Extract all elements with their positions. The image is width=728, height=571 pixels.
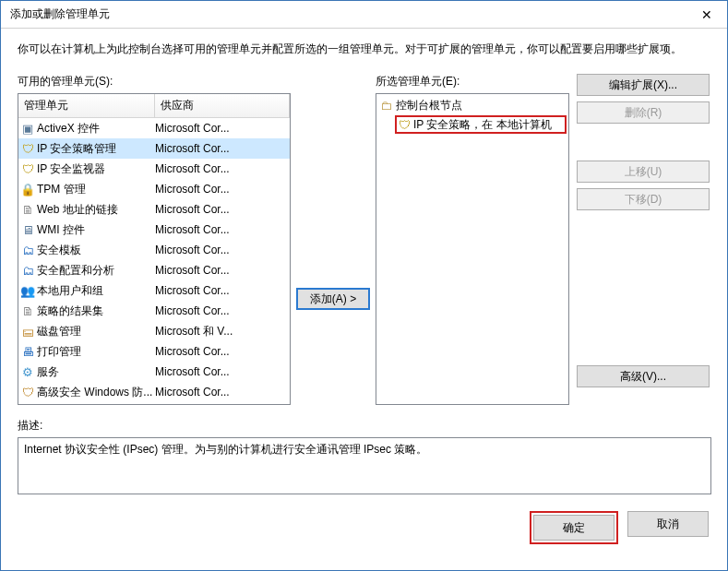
available-body[interactable]: ▣ActiveX 控件Microsoft Cor...🛡IP 安全策略管理Mic…	[18, 118, 290, 404]
snapin-vendor: Microsoft Cor...	[155, 386, 290, 399]
list-item[interactable]: 🗂安全配置和分析Microsoft Cor...	[18, 260, 290, 280]
snapin-vendor: Microsoft Cor...	[155, 264, 290, 277]
snapin-icon: 🛡	[18, 142, 37, 156]
snapin-name: 高级安全 Windows 防...	[37, 385, 155, 400]
remove-button[interactable]: 删除(R)	[577, 101, 710, 124]
selected-label: 所选管理单元(E):	[376, 74, 569, 89]
cancel-button[interactable]: 取消	[627, 511, 709, 537]
list-item[interactable]: 🛡IP 安全监视器Microsoft Cor...	[18, 159, 290, 179]
snapin-icon: 🗎	[18, 304, 37, 318]
snapin-vendor: Microsoft Cor...	[155, 244, 290, 256]
list-item[interactable]: 🗎Web 地址的链接Microsoft Cor...	[18, 199, 290, 220]
snapin-name: IP 安全监视器	[37, 161, 155, 177]
advanced-button[interactable]: 高级(V)...	[577, 365, 710, 387]
snapin-name: 安全配置和分析	[37, 263, 155, 279]
list-item[interactable]: 🖶打印管理Microsoft Cor...	[18, 341, 290, 362]
right-button-column: 编辑扩展(X)... 删除(R) 上移(U) 下移(D) 高级(V)...	[577, 74, 710, 387]
snapin-vendor: Microsoft Cor...	[155, 162, 290, 175]
spacer	[577, 129, 710, 155]
snapin-vendor: Microsoft Cor...	[155, 142, 290, 155]
folder-icon: 🗀	[380, 99, 392, 113]
middle-column: 添加(A) >	[296, 74, 370, 386]
available-label: 可用的管理单元(S):	[18, 74, 291, 89]
snapin-name: IP 安全策略管理	[37, 141, 155, 157]
available-header: 管理单元 供应商	[18, 94, 290, 118]
window-title: 添加或删除管理单元	[10, 6, 686, 22]
snapin-name: 策略的结果集	[37, 303, 155, 319]
move-up-button[interactable]: 上移(U)	[577, 161, 710, 183]
panels: 可用的管理单元(S): 管理单元 供应商 ▣ActiveX 控件Microsof…	[18, 74, 710, 405]
list-item[interactable]: 🔒TPM 管理Microsoft Cor...	[18, 179, 290, 199]
dialog-content: 你可以在计算机上为此控制台选择可用的管理单元并配置所选的一组管理单元。对于可扩展…	[1, 29, 727, 570]
list-item[interactable]: 👥本地用户和组Microsoft Cor...	[18, 280, 290, 301]
description-box: Internet 协议安全性 (IPsec) 管理。为与别的计算机进行安全通讯管…	[18, 437, 711, 494]
snapin-icon: 🖥	[18, 223, 37, 237]
snapin-name: 安全模板	[37, 243, 155, 258]
description-section: 描述: Internet 协议安全性 (IPsec) 管理。为与别的计算机进行安…	[18, 418, 710, 494]
footer: 确定 取消	[18, 511, 710, 544]
snapin-vendor: Microsoft 和 V...	[155, 324, 290, 339]
list-item[interactable]: 🖥WMI 控件Microsoft Cor...	[18, 220, 290, 240]
description-label: 描述:	[18, 418, 710, 434]
list-item[interactable]: 🛡高级安全 Windows 防...Microsoft Cor...	[18, 382, 290, 402]
list-item[interactable]: 🗂安全模板Microsoft Cor...	[18, 240, 290, 260]
snapin-vendor: Microsoft Cor...	[155, 122, 290, 135]
list-item[interactable]: ⚙服务Microsoft Cor...	[18, 362, 290, 382]
policy-icon: 🛡	[399, 118, 411, 132]
snapin-icon: 🗂	[18, 244, 37, 257]
snapin-name: 本地用户和组	[37, 283, 155, 299]
tree-child-label: IP 安全策略，在 本地计算机	[413, 117, 552, 133]
ok-button[interactable]: 确定	[533, 515, 615, 541]
selected-listbox[interactable]: 🗀 控制台根节点 🛡 IP 安全策略，在 本地计算机	[376, 93, 569, 405]
available-listbox[interactable]: 管理单元 供应商 ▣ActiveX 控件Microsoft Cor...🛡IP …	[18, 93, 291, 405]
header-name[interactable]: 管理单元	[18, 94, 155, 117]
move-down-button[interactable]: 下移(D)	[577, 188, 710, 210]
snapin-name: ActiveX 控件	[37, 121, 155, 137]
add-button[interactable]: 添加(A) >	[296, 288, 370, 310]
tree-child[interactable]: 🛡 IP 安全策略，在 本地计算机	[395, 115, 567, 134]
snapin-icon: 🗂	[18, 264, 37, 278]
spacer	[577, 216, 710, 360]
snapin-name: 打印管理	[37, 344, 155, 360]
close-icon[interactable]: ✕	[686, 1, 727, 28]
snapin-icon: 🖶	[18, 345, 37, 359]
tree-root-label: 控制台根节点	[396, 98, 462, 113]
edit-extensions-button[interactable]: 编辑扩展(X)...	[577, 74, 710, 96]
titlebar: 添加或删除管理单元 ✕	[1, 1, 727, 29]
selected-column: 所选管理单元(E): 🗀 控制台根节点 🛡 IP 安全策略，在 本地计算机	[376, 74, 569, 405]
snapin-vendor: Microsoft Cor...	[155, 203, 290, 216]
snapin-vendor: Microsoft Cor...	[155, 183, 290, 196]
snapin-name: TPM 管理	[37, 182, 155, 197]
list-item[interactable]: 📁共享文件夹Microsoft Cor...	[18, 402, 290, 404]
snapin-icon: 👥	[18, 284, 37, 298]
snapin-icon: ▣	[18, 122, 37, 136]
list-item[interactable]: 🖴磁盘管理Microsoft 和 V...	[18, 321, 290, 341]
snapin-name: WMI 控件	[37, 222, 155, 238]
tree-root[interactable]: 🗀 控制台根节点	[378, 96, 567, 114]
snapin-name: Web 地址的链接	[37, 202, 155, 218]
snapin-icon: 🛡	[18, 162, 37, 176]
snapin-icon: 🗎	[18, 203, 37, 217]
snapin-vendor: Microsoft Cor...	[155, 345, 290, 358]
header-vendor[interactable]: 供应商	[155, 94, 290, 117]
list-item[interactable]: 🗎策略的结果集Microsoft Cor...	[18, 301, 290, 321]
list-item[interactable]: 🛡IP 安全策略管理Microsoft Cor...	[18, 138, 290, 159]
available-column: 可用的管理单元(S): 管理单元 供应商 ▣ActiveX 控件Microsof…	[18, 74, 291, 405]
list-item[interactable]: ▣ActiveX 控件Microsoft Cor...	[18, 118, 290, 138]
snapin-icon: 🖴	[18, 325, 37, 339]
ok-highlight-frame: 确定	[530, 511, 618, 544]
intro-text: 你可以在计算机上为此控制台选择可用的管理单元并配置所选的一组管理单元。对于可扩展…	[18, 42, 710, 57]
snapin-vendor: Microsoft Cor...	[155, 284, 290, 297]
snapin-icon: 🛡	[18, 386, 37, 399]
dialog-window: 添加或删除管理单元 ✕ 你可以在计算机上为此控制台选择可用的管理单元并配置所选的…	[0, 0, 728, 571]
snapin-vendor: Microsoft Cor...	[155, 223, 290, 236]
snapin-vendor: Microsoft Cor...	[155, 365, 290, 378]
snapin-vendor: Microsoft Cor...	[155, 304, 290, 317]
snapin-name: 磁盘管理	[37, 324, 155, 339]
snapin-icon: ⚙	[18, 365, 37, 379]
snapin-name: 服务	[37, 364, 155, 380]
snapin-icon: 🔒	[18, 183, 37, 196]
